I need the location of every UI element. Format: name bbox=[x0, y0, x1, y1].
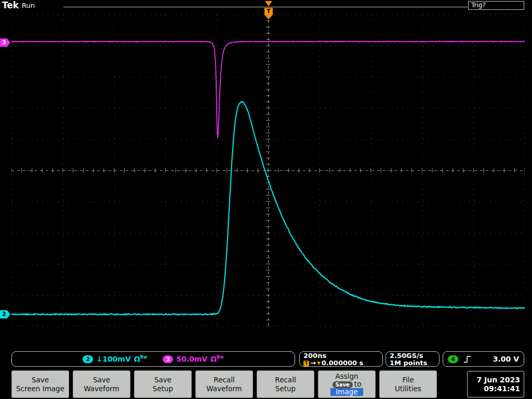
acquisition-status: Run bbox=[22, 2, 35, 9]
trigger-level-value: 3.00 V bbox=[493, 355, 519, 363]
arrow-right-icon: → bbox=[310, 360, 316, 367]
save-setup-button[interactable]: Save Setup bbox=[134, 370, 192, 398]
trigger-position-readout: T → ▼ 0.000000 s bbox=[303, 360, 379, 367]
channel2-ground-marker[interactable]: 2 bbox=[0, 310, 10, 318]
trigger-position-value: 0.000000 s bbox=[322, 360, 364, 367]
oscilloscope-screen: Tek Run Trig? T 3 2 2 ↓100mV ΩBw 3 50.0m… bbox=[0, 0, 532, 399]
date-value: 7 Jun 2023 bbox=[476, 376, 520, 384]
channel2-scale: ↓100mV bbox=[96, 355, 130, 363]
save-screen-image-button[interactable]: Save Screen Image bbox=[11, 370, 69, 398]
channel3-scale: 50.0mV bbox=[176, 355, 207, 363]
channel3-readout: 3 50.0mV ΩBw bbox=[163, 355, 223, 363]
record-length: 1M points bbox=[390, 360, 435, 367]
channel2-coupling: ΩBw bbox=[134, 355, 147, 363]
timebase-scale: 200ns bbox=[303, 352, 379, 360]
tek-logo: Tek bbox=[2, 0, 19, 10]
acquisition-readout-box: 2.50GS/s 1M points bbox=[385, 351, 440, 367]
channel3-ground-marker[interactable]: 3 bbox=[0, 38, 10, 47]
save-waveform-button[interactable]: Save Waveform bbox=[73, 370, 130, 398]
horizontal-readout-box: 200ns T → ▼ 0.000000 s bbox=[299, 351, 383, 367]
marker-down-icon: ▼ bbox=[317, 360, 321, 367]
channel3-coupling: ΩBw bbox=[210, 355, 223, 363]
time-value: 09:41:41 bbox=[484, 384, 520, 393]
assign-save-button[interactable]: Assign Saveto Image bbox=[318, 370, 376, 398]
trigger-t-icon: T bbox=[303, 361, 309, 366]
waveform-display bbox=[11, 15, 525, 326]
channel3-badge: 3 bbox=[163, 355, 173, 363]
sample-rate: 2.50GS/s bbox=[390, 352, 435, 360]
channel-readout-box: 2 ↓100mV ΩBw 3 50.0mV ΩBw bbox=[11, 351, 295, 367]
recall-waveform-button[interactable]: Recall Waveform bbox=[195, 370, 253, 398]
channel2-readout: 2 ↓100mV ΩBw bbox=[83, 355, 147, 363]
trigger-status-label: Trig? bbox=[471, 2, 486, 9]
trigger-status-box: Trig? bbox=[468, 1, 524, 10]
recall-setup-button[interactable]: Recall Setup bbox=[257, 370, 314, 398]
trigger-source-badge: 4 bbox=[448, 355, 458, 363]
channel2-badge: 2 bbox=[83, 355, 93, 363]
datetime-box: 7 Jun 2023 09:41:41 bbox=[467, 371, 524, 397]
rising-edge-icon bbox=[463, 355, 472, 363]
file-utilities-button[interactable]: File Utilities bbox=[379, 370, 437, 398]
trigger-arrow-icon bbox=[265, 1, 272, 6]
assign-target-highlight: Image bbox=[330, 388, 363, 396]
trigger-readout-box: 4 3.00 V bbox=[443, 351, 524, 367]
